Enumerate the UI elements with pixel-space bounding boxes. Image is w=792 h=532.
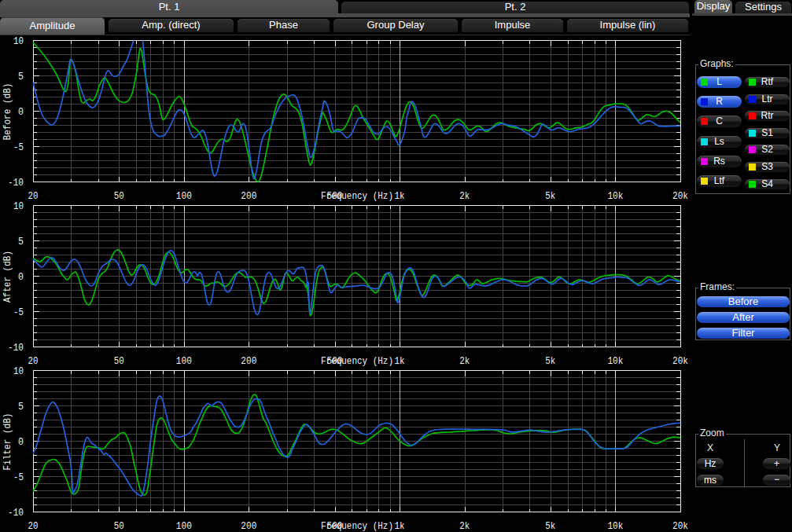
svg-text:20: 20 <box>28 520 39 532</box>
svg-text:10: 10 <box>13 200 24 212</box>
svg-text:20: 20 <box>28 190 39 202</box>
svg-text:100: 100 <box>176 190 192 202</box>
svg-text:5k: 5k <box>545 520 555 532</box>
svg-text:-10: -10 <box>8 507 24 519</box>
svg-text:10k: 10k <box>607 355 623 367</box>
svg-text:5: 5 <box>18 236 24 248</box>
svg-text:100: 100 <box>176 520 192 532</box>
svg-text:10k: 10k <box>607 520 623 532</box>
svg-text:-5: -5 <box>13 141 24 153</box>
svg-text:2k: 2k <box>459 520 470 532</box>
svg-text:50: 50 <box>114 520 124 532</box>
svg-text:Frequency (Hz): Frequency (Hz) <box>321 190 393 202</box>
svg-text:5: 5 <box>18 71 24 83</box>
svg-text:50: 50 <box>114 190 124 202</box>
svg-text:-10: -10 <box>8 177 24 189</box>
svg-text:10: 10 <box>13 35 24 47</box>
svg-text:Frequency (Hz): Frequency (Hz) <box>321 355 393 367</box>
svg-text:0: 0 <box>18 436 24 448</box>
svg-text:Before (dB): Before (dB) <box>2 83 13 141</box>
svg-text:1k: 1k <box>395 520 405 532</box>
svg-text:100: 100 <box>176 355 192 367</box>
svg-text:20: 20 <box>28 355 39 367</box>
svg-text:5: 5 <box>18 401 24 413</box>
svg-text:10: 10 <box>13 365 24 377</box>
svg-text:2k: 2k <box>459 190 470 202</box>
svg-text:50: 50 <box>114 355 124 367</box>
svg-text:-5: -5 <box>13 471 24 483</box>
svg-text:1k: 1k <box>395 355 405 367</box>
svg-text:1k: 1k <box>395 190 405 202</box>
svg-text:20k: 20k <box>672 190 688 202</box>
svg-text:0: 0 <box>18 271 24 283</box>
svg-text:200: 200 <box>241 190 256 202</box>
svg-text:20k: 20k <box>672 520 688 532</box>
svg-text:Frequency (Hz): Frequency (Hz) <box>321 520 393 532</box>
svg-text:200: 200 <box>241 355 256 367</box>
svg-text:0: 0 <box>18 106 24 118</box>
svg-text:Filter (dB): Filter (dB) <box>2 413 13 471</box>
svg-text:5k: 5k <box>545 190 555 202</box>
svg-text:5k: 5k <box>545 355 555 367</box>
svg-text:10k: 10k <box>607 190 623 202</box>
svg-text:-5: -5 <box>13 306 24 318</box>
svg-text:After (dB): After (dB) <box>2 251 13 303</box>
svg-text:200: 200 <box>241 520 256 532</box>
svg-text:-10: -10 <box>8 342 24 354</box>
svg-text:20k: 20k <box>672 355 688 367</box>
svg-text:2k: 2k <box>459 355 470 367</box>
